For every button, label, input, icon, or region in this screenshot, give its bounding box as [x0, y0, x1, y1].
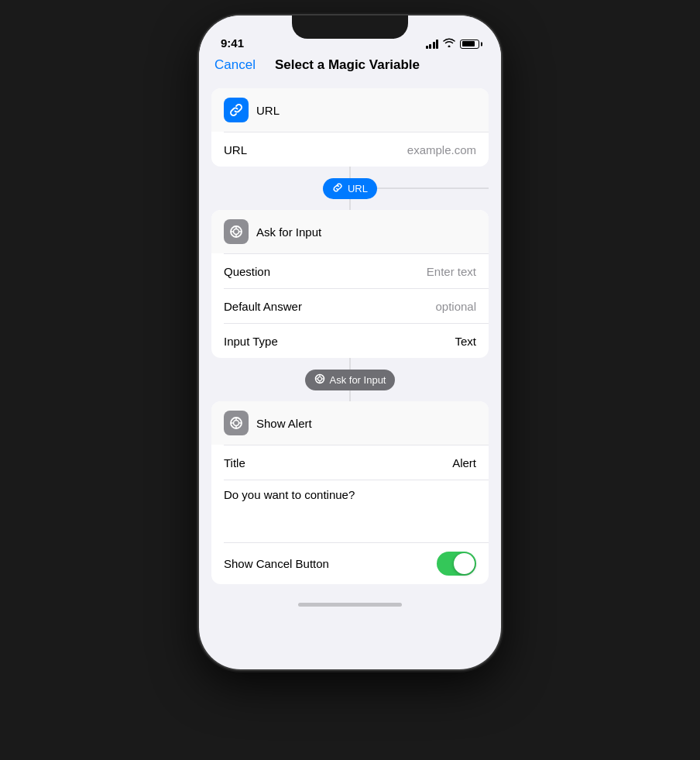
battery-icon	[460, 40, 479, 49]
show-alert-header: Show Alert	[211, 401, 489, 445]
ask-for-input-card: Ask for Input Question Enter text Defaul…	[211, 210, 489, 358]
page-title: Select a Magic Variable	[275, 57, 420, 73]
url-magic-pill[interactable]: URL	[323, 178, 377, 199]
status-icons	[426, 38, 480, 50]
url-card-title: URL	[256, 104, 280, 117]
default-answer-placeholder: optional	[435, 300, 476, 313]
phone-frame: 9:41 Cancel Select a Magic Variable	[199, 15, 501, 669]
show-cancel-toggle[interactable]	[437, 552, 476, 576]
title-row[interactable]: Title Alert	[211, 445, 489, 480]
status-time: 9:41	[221, 36, 244, 50]
svg-point-1	[234, 229, 239, 235]
home-indicator	[199, 597, 501, 616]
ask-for-input-icon	[224, 219, 249, 244]
wifi-icon	[443, 38, 455, 50]
home-bar	[298, 603, 402, 607]
ask-pill-wrapper: Ask for Input	[211, 358, 489, 401]
url-placeholder: example.com	[407, 143, 476, 156]
url-pill-icon	[332, 182, 343, 195]
svg-point-13	[234, 421, 239, 426]
input-type-row[interactable]: Input Type Text	[211, 324, 489, 358]
input-type-value: Text	[455, 335, 476, 348]
svg-point-7	[317, 377, 321, 380]
url-card: URL URL example.com	[211, 88, 489, 167]
url-row[interactable]: URL example.com	[211, 132, 489, 167]
url-pill-label: URL	[348, 183, 368, 194]
url-card-header: URL	[211, 88, 489, 132]
toggle-knob	[454, 553, 475, 574]
url-card-icon	[224, 98, 249, 122]
input-type-label: Input Type	[224, 335, 278, 348]
ask-for-input-title: Ask for Input	[256, 225, 321, 239]
ask-pill-icon	[314, 373, 325, 387]
nav-bar: Cancel Select a Magic Variable	[199, 54, 501, 82]
signal-icon	[426, 40, 439, 49]
ask-pill-label: Ask for Input	[330, 374, 386, 386]
scroll-content: URL URL example.com URL	[199, 82, 501, 590]
show-cancel-row[interactable]: Show Cancel Button	[211, 543, 489, 584]
question-placeholder: Enter text	[427, 265, 476, 278]
ask-for-input-header: Ask for Input	[211, 210, 489, 253]
default-answer-label: Default Answer	[224, 300, 302, 313]
show-cancel-label: Show Cancel Button	[224, 557, 329, 570]
show-alert-card: Show Alert Title Alert Do you want to co…	[211, 401, 489, 584]
title-field-value: Alert	[452, 456, 476, 469]
url-pill-wrapper: URL	[211, 167, 489, 210]
show-alert-icon	[224, 411, 249, 435]
question-label: Question	[224, 265, 270, 278]
alert-body-text[interactable]: Do you want to continue?	[211, 480, 489, 542]
title-field-label: Title	[224, 456, 245, 469]
question-row[interactable]: Question Enter text	[211, 254, 489, 288]
notch	[292, 15, 408, 39]
show-alert-title: Show Alert	[256, 417, 312, 430]
ask-for-input-magic-pill[interactable]: Ask for Input	[305, 370, 396, 390]
default-answer-row[interactable]: Default Answer optional	[211, 289, 489, 323]
cancel-button[interactable]: Cancel	[214, 57, 256, 73]
url-label: URL	[224, 143, 247, 156]
